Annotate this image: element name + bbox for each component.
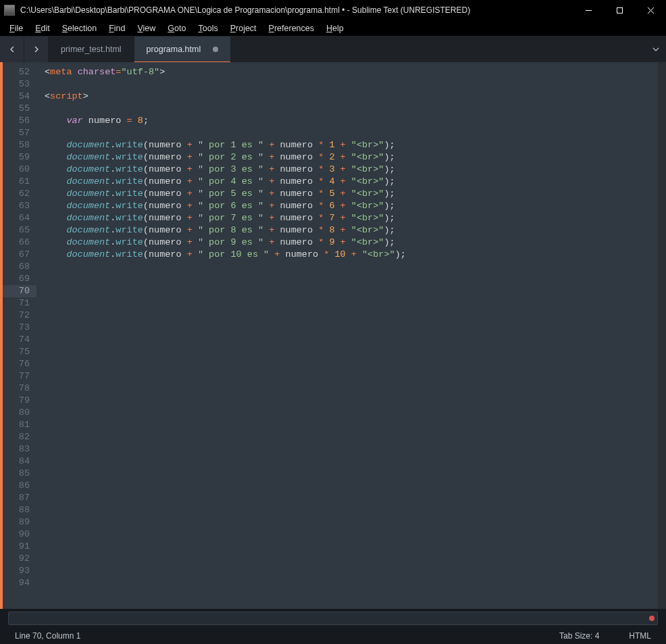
line-number[interactable]: 92 (3, 553, 36, 565)
nav-forward-button[interactable] (24, 36, 49, 62)
menu-tools[interactable]: Tools (193, 22, 223, 34)
tab-programa-html[interactable]: programa.html (134, 36, 232, 62)
find-input[interactable] (9, 612, 645, 624)
find-status-dot-icon (649, 616, 655, 621)
line-number[interactable]: 87 (3, 492, 36, 504)
menu-file[interactable]: File (4, 22, 28, 34)
code-line: document.write(numero + " por 3 es " + n… (45, 164, 658, 176)
tabbar: primer_test.htmlprograma.html (0, 36, 666, 62)
line-number[interactable]: 89 (3, 516, 36, 528)
line-number[interactable]: 94 (3, 577, 36, 589)
line-number[interactable]: 71 (3, 297, 36, 309)
find-panel (0, 609, 666, 628)
editor: 5253545556575859606162636465666768697071… (0, 62, 666, 609)
line-number[interactable]: 75 (3, 346, 36, 358)
line-number[interactable]: 74 (3, 334, 36, 346)
line-number[interactable]: 83 (3, 443, 36, 455)
menu-selection[interactable]: Selection (57, 22, 102, 34)
line-number[interactable]: 81 (3, 419, 36, 431)
line-number-gutter: 5253545556575859606162636465666768697071… (0, 62, 36, 609)
code-line: document.write(numero + " por 6 es " + n… (45, 200, 658, 212)
code-line (45, 127, 658, 139)
code-line: var numero = 8; (45, 115, 658, 127)
line-number[interactable]: 76 (3, 358, 36, 370)
tab-overflow-button[interactable] (646, 36, 666, 62)
line-number[interactable]: 60 (3, 164, 36, 176)
line-number[interactable]: 61 (3, 176, 36, 188)
menu-goto[interactable]: Goto (162, 22, 191, 34)
line-number[interactable]: 59 (3, 151, 36, 164)
tab-label: programa.html (147, 45, 201, 54)
maximize-button[interactable] (604, 0, 635, 20)
line-number[interactable]: 52 (3, 66, 36, 78)
line-number[interactable]: 57 (3, 127, 36, 139)
tabbar-spacer (231, 36, 646, 62)
code-line: document.write(numero + " por 9 es " + n… (45, 237, 658, 249)
code-line: document.write(numero + " por 4 es " + n… (45, 176, 658, 188)
line-number[interactable]: 54 (3, 91, 36, 103)
line-number[interactable]: 68 (3, 261, 36, 273)
window-controls (573, 0, 666, 20)
line-number[interactable]: 93 (3, 565, 36, 577)
tab-nav (0, 36, 49, 62)
window-titlebar: C:\Users\Barbi\Desktop\Barbi\PROGRAMA ON… (0, 0, 666, 20)
find-input-wrap (8, 612, 658, 625)
code-area[interactable]: <meta charset="utf-8"><script> var numer… (36, 62, 658, 609)
tab-label: primer_test.html (61, 45, 122, 54)
code-line (45, 78, 658, 91)
line-number[interactable]: 78 (3, 382, 36, 395)
line-number[interactable]: 82 (3, 431, 36, 443)
line-number[interactable]: 91 (3, 541, 36, 553)
line-number[interactable]: 64 (3, 212, 36, 224)
line-number[interactable]: 55 (3, 103, 36, 115)
tab-dirty-icon (213, 47, 218, 52)
tab-primer_test-html[interactable]: primer_test.html (49, 36, 134, 62)
line-number[interactable]: 85 (3, 468, 36, 480)
menubar: FileEditSelectionFindViewGotoToolsProjec… (0, 20, 666, 36)
line-number[interactable]: 65 (3, 224, 36, 237)
line-number[interactable]: 56 (3, 115, 36, 127)
window-title: C:\Users\Barbi\Desktop\Barbi\PROGRAMA ON… (20, 5, 573, 15)
menu-find[interactable]: Find (103, 22, 130, 34)
line-number[interactable]: 62 (3, 188, 36, 200)
status-cursor-pos[interactable]: Line 70, Column 1 (15, 631, 80, 641)
code-line: document.write(numero + " por 1 es " + n… (45, 139, 658, 151)
code-line: document.write(numero + " por 7 es " + n… (45, 212, 658, 224)
line-number[interactable]: 66 (3, 237, 36, 249)
menu-view[interactable]: View (132, 22, 161, 34)
line-number[interactable]: 63 (3, 200, 36, 212)
status-tab-size[interactable]: Tab Size: 4 (559, 631, 599, 641)
line-number[interactable]: 80 (3, 407, 36, 419)
code-line: document.write(numero + " por 2 es " + n… (45, 151, 658, 164)
line-number[interactable]: 70 (3, 285, 36, 297)
code-line: document.write(numero + " por 10 es " + … (45, 249, 658, 261)
line-number[interactable]: 77 (3, 370, 36, 382)
line-number[interactable]: 84 (3, 455, 36, 468)
line-number[interactable]: 53 (3, 78, 36, 91)
statusbar: Line 70, Column 1 Tab Size: 4 HTML (0, 628, 666, 644)
line-number[interactable]: 58 (3, 139, 36, 151)
status-language[interactable]: HTML (629, 631, 651, 641)
close-button[interactable] (635, 0, 666, 20)
code-line (45, 103, 658, 115)
code-line: document.write(numero + " por 8 es " + n… (45, 224, 658, 237)
line-number[interactable]: 90 (3, 528, 36, 541)
menu-edit[interactable]: Edit (30, 22, 55, 34)
line-number[interactable]: 86 (3, 480, 36, 492)
line-number[interactable]: 72 (3, 309, 36, 322)
code-line: <script> (45, 91, 658, 103)
menu-help[interactable]: Help (321, 22, 349, 34)
code-line: document.write(numero + " por 5 es " + n… (45, 188, 658, 200)
line-number[interactable]: 69 (3, 273, 36, 285)
line-number[interactable]: 73 (3, 322, 36, 334)
line-number[interactable]: 79 (3, 395, 36, 407)
line-number[interactable]: 88 (3, 504, 36, 516)
menu-preferences[interactable]: Preferences (263, 22, 319, 34)
svg-rect-1 (617, 7, 622, 13)
line-number[interactable]: 67 (3, 249, 36, 261)
menu-project[interactable]: Project (225, 22, 262, 34)
app-icon (4, 5, 15, 16)
nav-back-button[interactable] (0, 36, 24, 62)
editor-scrollbar[interactable] (658, 62, 666, 609)
minimize-button[interactable] (573, 0, 604, 20)
